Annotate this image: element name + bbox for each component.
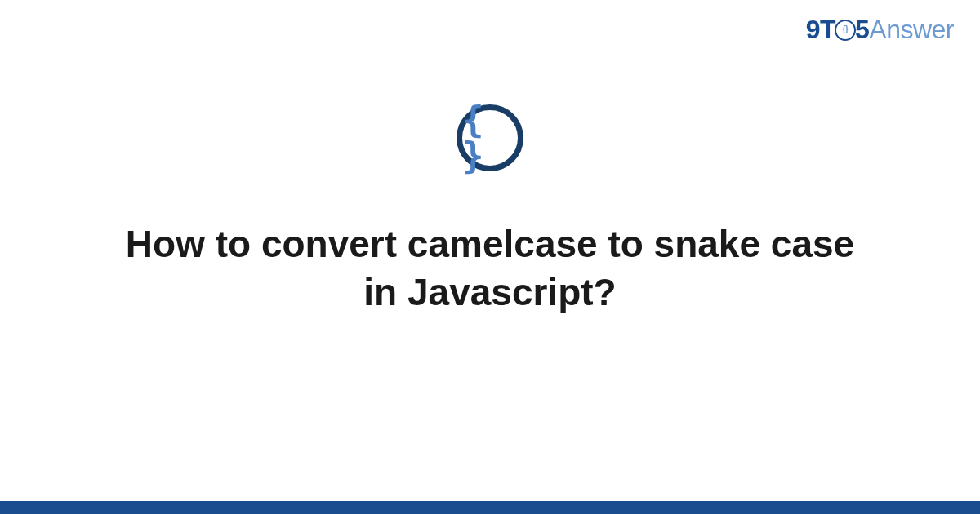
category-icon-circle: { } [457, 104, 523, 171]
logo-text-mid: 5 [855, 15, 869, 44]
footer-accent-bar [0, 501, 980, 514]
main-content: { } How to convert camelcase to snake ca… [0, 104, 980, 317]
page-title: How to convert camelcase to snake case i… [122, 220, 858, 317]
site-logo[interactable]: 9T{}5Answer [806, 15, 954, 45]
logo-clock-inner: {} [843, 24, 849, 33]
logo-clock-icon: {} [835, 20, 856, 41]
logo-text-prefix: 9T [806, 15, 835, 44]
site-header: 9T{}5Answer [806, 15, 954, 45]
code-braces-icon: { } [462, 102, 518, 174]
logo-text-suffix: Answer [869, 15, 954, 44]
